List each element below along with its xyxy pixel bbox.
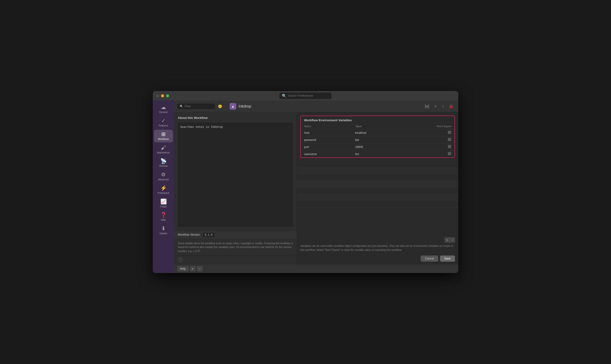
sidebar-item-update[interactable]: ⬇ Update [154,224,173,237]
search-bar[interactable]: 🔍 [279,93,332,99]
add-object-button[interactable]: ＋ [432,103,439,110]
version-value: 0.1.0 [203,233,214,237]
toolbar-right: [x] ＋ ↑ 🐞 [424,103,455,110]
sidebar-label-update: Update [159,232,167,235]
sidebar-label-workflows: Workflows [158,138,169,140]
advanced-icon: ⚙ [161,172,166,177]
checkbox-host[interactable] [448,131,451,134]
table-row: password bar [301,136,454,143]
panels: About this Workflow Searches notes in In… [174,112,458,264]
export-button[interactable]: ↑ [441,103,445,109]
checkbox-password[interactable] [448,138,451,141]
sidebar: ☁ General ✓ Features ⊞ Workflows 🖌 Appea… [153,101,174,273]
remote-icon: 📡 [160,159,167,164]
titlebar: 🔍 [153,91,458,101]
about-text: Searches notes in Inkdrop [178,122,293,227]
nav-add-button[interactable]: + [190,266,196,271]
sidebar-label-help: Help [161,219,166,221]
checkbox-port[interactable] [448,145,451,148]
update-icon: ⬇ [161,226,166,231]
content-area: 🔍 😊 ▲ Inkdrop [x] ＋ ↑ 🐞 [174,101,458,273]
about-title: About this Workflow [178,116,293,120]
workflow-title-container: ▲ Inkdrop [230,103,251,110]
about-section: About this Workflow Searches notes in In… [174,112,297,231]
sidebar-item-advanced[interactable]: ⚙ Advanced [154,170,173,183]
env-vars-info-text: Variables can be used within workflow ob… [297,244,458,254]
sidebar-label-remote: Remote [159,165,167,167]
sidebar-label-usage: Usage [160,205,167,208]
version-label: Workflow Version: [178,233,200,236]
empty-row [297,194,458,201]
sidebar-item-appearance[interactable]: 🖌 Appearance [154,143,173,156]
empty-row [297,174,458,181]
env-export-username[interactable] [399,151,454,158]
env-export-port[interactable] [399,143,454,151]
save-button[interactable]: Save [440,256,455,262]
sidebar-item-powerpack[interactable]: ⚡ Powerpack [154,184,173,196]
sidebar-label-appearance: Appearance [157,151,170,154]
right-panel: Workflow Environment Variables Name Valu… [297,112,458,264]
sidebar-item-features[interactable]: ✓ Features [154,116,173,129]
empty-row [297,181,458,188]
action-buttons: Cancel Save [297,254,458,264]
close-button[interactable] [156,94,159,97]
version-bar: Workflow Version: 0.1.0 [174,231,297,239]
env-vars-table: Name Value Don't Export host localhost [301,124,454,157]
help-icon: ❓ [160,212,167,218]
usage-icon: 📈 [160,199,167,204]
col-header-name: Name [301,124,352,129]
sidebar-label-features: Features [159,124,168,127]
table-row: port 19840 [301,143,454,151]
traffic-lights [156,94,169,97]
nav-help-button[interactable]: Help [177,266,188,271]
env-name-password: password [301,136,352,143]
empty-row [297,168,458,174]
workflow-title-text: Inkdrop [239,104,251,108]
remove-env-var-button[interactable]: − [450,237,455,243]
sidebar-item-general[interactable]: ☁ General [154,103,173,115]
nav-bottom: Help + − [174,264,458,273]
empty-row [297,161,458,168]
sidebar-item-remote[interactable]: 📡 Remote [154,157,173,169]
table-row: host localhost [301,129,454,136]
sidebar-item-workflows[interactable]: ⊞ Workflows [154,130,173,142]
env-name-username: username [301,151,352,158]
left-panel: About this Workflow Searches notes in In… [174,112,297,264]
sidebar-item-usage[interactable]: 📈 Usage [154,197,173,210]
appearance-icon: 🖌 [161,145,166,150]
sidebar-label-powerpack: Powerpack [158,192,169,194]
workflow-logo-icon: ▲ [230,103,236,110]
sidebar-item-help[interactable]: ❓ Help [154,211,173,223]
features-icon: ✓ [161,118,166,123]
general-icon: ☁ [161,105,166,110]
bottom-controls: ? [174,255,297,264]
col-header-dont-export: Don't Export [399,124,454,129]
debug-button[interactable]: 🐞 [447,103,455,109]
minimize-button[interactable] [161,94,164,97]
help-question-button[interactable]: ? [178,257,183,262]
env-value-username: foo [352,151,399,158]
filter-input[interactable] [185,105,213,108]
maximize-button[interactable] [166,94,169,97]
sidebar-label-advanced: Advanced [158,178,169,181]
add-remove-container: + − [297,236,458,244]
add-env-var-button[interactable]: + [445,237,450,243]
powerpack-icon: ⚡ [160,185,167,191]
cancel-button[interactable]: Cancel [421,256,438,262]
env-value-host: localhost [352,129,399,136]
sidebar-label-general: General [159,111,168,114]
checkbox-username[interactable] [448,152,451,155]
variables-button[interactable]: [x] [424,103,430,109]
workflows-icon: ⊞ [161,132,166,137]
env-vars-panel: Workflow Environment Variables Name Valu… [297,112,458,264]
search-icon: 🔍 [282,94,287,98]
search-input[interactable] [288,94,329,97]
filter-search-icon: 🔍 [180,105,183,108]
env-name-port: port [301,143,352,151]
env-export-password[interactable] [399,136,454,143]
empty-row [297,188,458,194]
env-export-host[interactable] [399,129,454,136]
nav-remove-button[interactable]: − [197,266,203,271]
filter-container: 🔍 [177,104,215,109]
env-vars-title: Workflow Environment Variables [301,116,454,124]
